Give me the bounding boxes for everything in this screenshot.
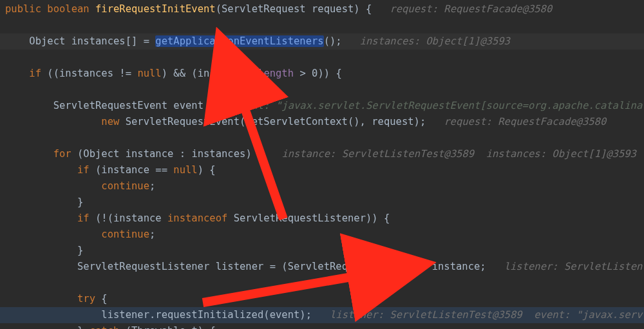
field: length — [258, 68, 294, 79]
cast-type: ServletRequestListener — [288, 261, 420, 272]
type: ServletRequestEvent — [53, 100, 167, 111]
method-call-selected[interactable]: getApplicationEventListeners — [155, 35, 323, 47]
semi: ; — [149, 180, 155, 192]
paren: ( — [95, 164, 101, 176]
code-line[interactable]: new ServletRequestEvent(getServletContex… — [0, 114, 644, 130]
var: instances — [59, 68, 113, 79]
var: instance — [432, 261, 480, 272]
code-line[interactable]: if (instance == null) { — [0, 162, 644, 178]
debug-inline: request: RequestFacade@3580 — [444, 116, 606, 127]
keyword-if: if — [77, 164, 90, 176]
keyword-new: new — [101, 116, 119, 127]
method-call: getServletContext — [245, 116, 348, 127]
var: t — [191, 325, 197, 329]
paren: ( — [240, 116, 245, 127]
code-line[interactable]: public boolean fireRequestInitEvent(Serv… — [0, 1, 644, 17]
code-line[interactable]: for (Object instance : instances) { inst… — [0, 146, 644, 162]
op: = — [270, 261, 276, 272]
op: > — [299, 68, 305, 79]
semi: ; — [149, 229, 155, 240]
paren: ( — [126, 325, 131, 329]
paren: ) { — [245, 148, 263, 160]
paren: ( — [77, 148, 83, 160]
var: instances — [71, 35, 126, 47]
debug-inline: event: "javax.servlet.ServletRequestEven… — [234, 100, 644, 111]
keyword-if: if — [77, 212, 90, 224]
code-line-exec[interactable]: listener.requestInitialized(event); list… — [0, 307, 644, 323]
code-line[interactable]: ServletRequestEvent event = event: "java… — [0, 98, 644, 114]
code-line[interactable]: continue; — [0, 227, 644, 243]
paren: ) { — [198, 325, 216, 329]
paren: )) { — [317, 68, 341, 79]
code-line-blank[interactable] — [0, 130, 644, 146]
arg: request — [372, 116, 413, 127]
method-call: requestInitialized — [155, 309, 263, 321]
constructor: ServletRequestEvent — [126, 116, 240, 127]
type: Throwable — [131, 325, 185, 329]
obj: listener — [101, 309, 149, 321]
keyword-if: if — [29, 68, 41, 79]
code-line-blank[interactable] — [0, 50, 644, 66]
code-line[interactable]: continue; — [0, 178, 644, 194]
keyword-instanceof: instanceof — [167, 212, 227, 224]
keyword-boolean: boolean — [47, 3, 89, 15]
code-line-blank[interactable] — [0, 82, 644, 98]
paren: ( — [263, 309, 269, 321]
var: instance — [101, 164, 149, 176]
paren: ) { — [198, 164, 216, 176]
code-line[interactable]: ServletRequestListener listener = (Servl… — [0, 259, 644, 275]
keyword-catch: catch — [90, 325, 120, 329]
brackets: [] = — [126, 35, 156, 47]
code-line-blank[interactable] — [0, 275, 644, 291]
debug-inline: listener: ServletListenTest@3589 event: … — [330, 309, 644, 321]
keyword-null: null — [173, 164, 197, 176]
paren: (); — [324, 35, 342, 47]
paren: ) — [420, 261, 426, 272]
keyword-continue: continue — [101, 229, 149, 240]
param-name: request — [312, 3, 354, 15]
code-line-blank[interactable] — [0, 17, 644, 33]
debug-inline: request: RequestFacade@3580 — [390, 3, 552, 15]
var: instances — [191, 148, 245, 160]
paren: ( — [216, 3, 222, 15]
paren: (( — [47, 68, 59, 79]
code-line[interactable]: if (!(instance instanceof ServletRequest… — [0, 211, 644, 227]
keyword-for: for — [53, 148, 71, 160]
brace: } — [77, 196, 83, 208]
keyword-continue: continue — [101, 180, 149, 192]
keyword-try: try — [77, 293, 95, 305]
method-name: fireRequestInitEvent — [95, 3, 216, 15]
semi: ; — [480, 261, 486, 272]
dot: . — [149, 309, 155, 321]
op: : — [180, 148, 185, 160]
var: instance — [126, 148, 174, 160]
type: Object — [29, 35, 65, 47]
paren: ) { — [354, 3, 372, 15]
code-line[interactable]: } — [0, 243, 644, 259]
paren: ) && ( — [162, 68, 198, 79]
code-editor[interactable]: public boolean fireRequestInitEvent(Serv… — [0, 0, 644, 329]
code-line[interactable]: try { — [0, 291, 644, 307]
paren: (!( — [95, 212, 113, 224]
code-line[interactable]: } — [0, 194, 644, 211]
paren: ); — [414, 116, 426, 127]
paren: ); — [299, 309, 312, 321]
brace: } — [77, 325, 83, 329]
dot: . — [252, 68, 258, 79]
code-line[interactable]: if ((instances != null) && (instances.le… — [0, 66, 644, 82]
var: instance — [113, 212, 162, 224]
code-line-current[interactable]: Object instances[] = getApplicationEvent… — [0, 33, 644, 50]
debug-inline: instance: ServletListenTest@3589 instanc… — [281, 148, 636, 160]
paren: )) { — [366, 212, 390, 224]
brace: { — [101, 293, 107, 305]
paren: (), — [348, 116, 372, 127]
type: ServletRequestListener — [234, 212, 366, 224]
code-line[interactable]: } catch (Throwable t) { — [0, 323, 644, 329]
op: != — [119, 68, 131, 79]
var: instances — [198, 68, 252, 79]
op: == — [155, 164, 167, 176]
op: = — [209, 100, 215, 111]
brace: } — [77, 245, 83, 256]
keyword-public: public — [5, 3, 41, 15]
debug-inline: instances: Object[1]@3593 — [360, 35, 510, 47]
